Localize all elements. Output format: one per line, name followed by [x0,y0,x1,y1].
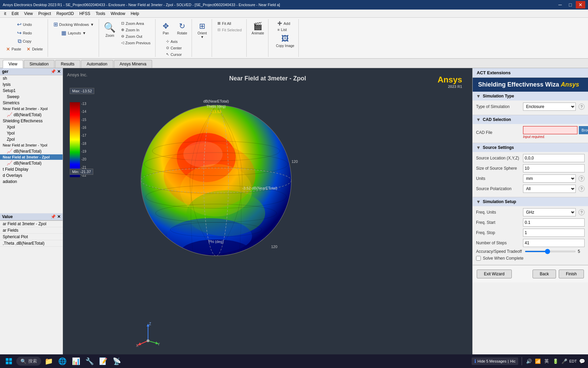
tree-item-sweep[interactable]: Sweep [0,94,63,100]
minimize-button[interactable]: ─ [555,1,565,9]
delete-button[interactable]: ✕ Delete [24,46,45,52]
tree-item-field-display[interactable]: t Field Display [0,166,63,172]
menu-help[interactable]: Help [128,11,142,17]
zoom-previous-button[interactable]: ◁ Zoom Previous [119,40,152,46]
close-button[interactable]: ✕ [576,1,585,9]
units-help-icon[interactable]: ? [578,175,585,182]
rotate-button[interactable]: ↻ Rotate [175,20,189,36]
taskbar-file-icon[interactable]: 📁 [43,355,55,367]
pan-button[interactable]: ✥ Pan [159,20,173,36]
num-steps-input[interactable] [523,239,585,247]
tab-automation[interactable]: Automation [81,60,113,68]
cad-selection-header[interactable]: ▼ CAD Selection [473,115,588,124]
start-button[interactable] [3,355,15,367]
menu-view[interactable]: View [21,11,36,17]
tray-mic-icon[interactable]: 🎤 [561,358,568,365]
tab-view[interactable]: View [3,60,23,68]
tray-clock[interactable]: EDT [570,358,576,365]
undo-button[interactable]: ↩ Undo [15,20,34,28]
menu-it[interactable]: it [1,11,9,17]
type-of-simulation-select[interactable]: Enclosure [523,103,576,111]
menu-project[interactable]: Project [35,11,53,17]
value-panel-close-icon[interactable]: ✕ [57,214,61,219]
paste-button[interactable]: ✕ Paste [4,46,23,52]
fit-all-button[interactable]: ⊠ Fit All [215,20,244,26]
zoom-in-button[interactable]: ⊕ Zoom In [119,27,152,33]
polarization-help-icon[interactable]: ? [578,186,585,192]
list-button[interactable]: ≡ List [275,27,292,32]
simulation-type-help-icon[interactable]: ? [578,104,585,110]
tree-item-shielding[interactable]: Shielding Effectivness [0,118,63,124]
browse-button[interactable]: Browse [579,126,588,134]
left-panel-pin-icon[interactable]: 📌 [51,69,56,74]
freq-start-input[interactable] [523,218,585,227]
hic-label[interactable]: Hic [510,359,516,363]
tree-item-zpol-db[interactable]: 📈 dB(NearETotal) [0,160,63,166]
tray-network-icon[interactable]: 🔊 [525,358,532,365]
accuracy-slider[interactable] [525,251,576,252]
taskbar-word-icon[interactable]: 📝 [97,355,109,367]
orient-button[interactable]: ⊞ Orient ▼ [195,20,209,40]
menu-window[interactable]: Window [108,11,128,17]
tab-results[interactable]: Results [55,60,80,68]
tree-item-overlays[interactable]: d Overlays [0,172,63,179]
taskbar-excel-icon[interactable]: 📊 [70,355,82,367]
tree-item-sh[interactable]: sh [0,75,63,81]
tree-item-nf-xpol[interactable]: Near Field at 3meter - Xpol [0,106,63,111]
simulation-type-header[interactable]: ▼ Simulation Type [473,92,588,101]
tray-volume-icon[interactable]: 📶 [534,358,541,365]
fit-selected-button[interactable]: ⊟ Fit Selected [215,27,244,33]
tree-item-ypol-db[interactable]: 📈 dB(NearETotal) [0,148,63,154]
taskbar-app1-icon[interactable]: 🔧 [83,355,96,367]
tray-notifications[interactable]: 💬 [578,358,585,365]
tray-battery-icon[interactable]: 🔋 [552,358,559,365]
zoom-area-button[interactable]: ⊡ Zoom Area [119,20,152,26]
units-select[interactable]: mm cm m [523,174,576,183]
polarization-select[interactable]: All Xpol Ypol Zpol [523,185,576,193]
zoom-button[interactable]: 🔍 Zoom [102,20,117,39]
docking-windows-button[interactable]: ⊞ Docking Windows ▼ [51,20,96,28]
hide-messages-text[interactable]: Hide 5 Messages [477,359,506,363]
tree-item-lysis[interactable]: lysis [0,81,63,88]
tree-item-setup1[interactable]: Setup1 [0,88,63,94]
axis-button[interactable]: ⊹ Axis [164,39,184,44]
cad-file-input[interactable] [523,126,577,134]
taskbar-search[interactable]: 🔍 搜索 [16,357,41,366]
taskbar-browser-icon[interactable]: 🌐 [56,355,68,367]
tab-simulation[interactable]: Simulation [24,60,54,68]
source-location-input[interactable] [523,154,585,162]
freq-units-help-icon[interactable]: ? [578,209,585,215]
tree-item-nf-zpol-selected[interactable]: Near Field at 3meter - Zpol [0,154,63,160]
cursor-button[interactable]: ↖ Cursor [164,51,184,57]
finish-button[interactable]: Finish [559,270,584,278]
tray-china-icon[interactable]: 英 [543,358,550,365]
tree-item-zpol[interactable]: Zpol [0,136,63,142]
solve-when-complete-checkbox[interactable] [476,256,481,261]
add-button[interactable]: ➕ Add [275,20,292,26]
tab-ansys-minerva[interactable]: Ansys Minerva [114,60,152,68]
simulation-setup-header[interactable]: ▼ Simulation Setup [473,197,588,206]
back-button[interactable]: Back [533,270,556,278]
maximize-button[interactable]: □ [566,1,575,9]
exit-wizard-button[interactable]: Exit Wizard [477,270,512,278]
tree-item-adiation[interactable]: adiation [0,179,63,185]
copy-button[interactable]: ⧉ Copy [16,37,34,45]
animate-button[interactable]: 🎬 Animate [250,20,265,36]
copy-image-button[interactable]: 🖼 Copy Image [275,33,296,49]
tree-item-xpol-db[interactable]: 📈 dB(NearETotal) [0,111,63,118]
layouts-button[interactable]: ▦ Layouts ▼ [59,29,88,37]
center-button[interactable]: ⊙ Center [164,45,184,51]
value-panel-pin-icon[interactable]: 📌 [51,214,56,219]
sphere-size-input[interactable] [523,164,585,172]
taskbar-radio-icon[interactable]: 📡 [111,355,123,367]
menu-hfss[interactable]: HFSS [77,11,93,17]
tree-item-ypol[interactable]: Ypol [0,130,63,136]
left-panel-close-icon[interactable]: ✕ [57,69,61,74]
menu-tools[interactable]: Tools [93,11,108,17]
redo-button[interactable]: ↪ Redo [15,29,34,37]
freq-units-select[interactable]: GHz MHz kHz [523,208,576,216]
source-settings-header[interactable]: ▼ Source Settings [473,143,588,152]
freq-stop-input[interactable] [523,229,585,237]
menu-edit[interactable]: Edit [9,11,21,17]
menu-report3d[interactable]: Report3D [54,11,77,17]
